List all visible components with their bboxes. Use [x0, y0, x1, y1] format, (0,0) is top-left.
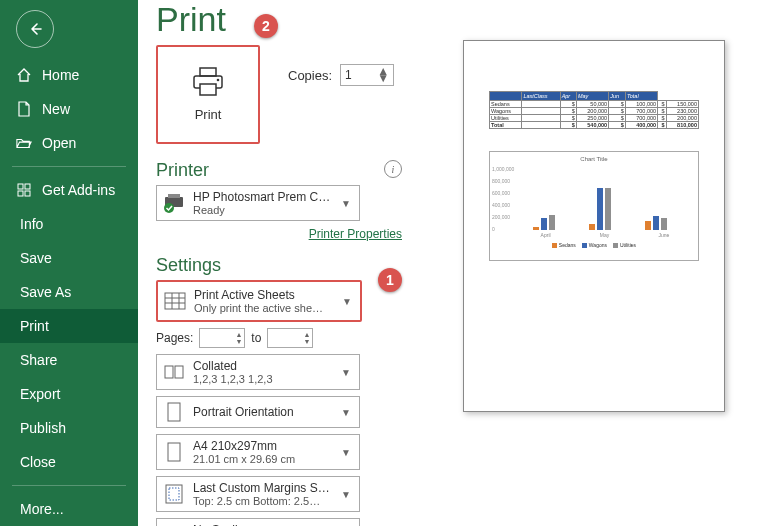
- print-what-selector[interactable]: Print Active Sheets Only print the activ…: [156, 280, 362, 322]
- back-button[interactable]: [16, 10, 54, 48]
- preview-page: LastClassAprMayJunTotalSedans$50,000$100…: [463, 40, 725, 412]
- svg-rect-2: [18, 191, 23, 196]
- print-preview-area: LastClassAprMayJunTotalSedans$50,000$100…: [420, 0, 768, 526]
- printer-name: HP Photosmart Prem C4…: [193, 190, 331, 204]
- margins-icon: [163, 483, 185, 505]
- sidebar-label: New: [42, 101, 70, 117]
- printer-status: Ready: [193, 204, 331, 216]
- printer-info-icon[interactable]: i: [384, 160, 402, 178]
- sidebar-item-saveas[interactable]: Save As: [0, 275, 138, 309]
- svg-rect-16: [165, 366, 173, 378]
- svg-rect-9: [168, 194, 180, 198]
- printer-ready-icon: [163, 192, 185, 214]
- preview-chart: Chart Title 1,000,000800,000600,000400,0…: [489, 151, 699, 261]
- printer-selector[interactable]: HP Photosmart Prem C4… Ready ▼: [156, 185, 360, 221]
- sidebar-item-publish[interactable]: Publish: [0, 411, 138, 445]
- paper-l1: A4 210x297mm: [193, 439, 331, 453]
- page-title: Print: [156, 0, 402, 39]
- sheets-icon: [164, 290, 186, 312]
- chevron-down-icon: ▼: [339, 489, 353, 500]
- sidebar-item-open[interactable]: Open: [0, 126, 138, 160]
- paper-l2: 21.01 cm x 29.69 cm: [193, 453, 331, 465]
- print-button[interactable]: Print: [156, 45, 260, 144]
- open-icon: [16, 135, 32, 151]
- sidebar-item-print[interactable]: Print: [0, 309, 138, 343]
- printer-section-title: Printer i: [156, 160, 402, 181]
- collate-icon: [163, 361, 185, 383]
- orientation-l1: Portrait Orientation: [193, 405, 331, 419]
- sidebar-item-export[interactable]: Export: [0, 377, 138, 411]
- orientation-icon: [163, 401, 185, 423]
- sidebar-label: Home: [42, 67, 79, 83]
- callout-2: 2: [254, 14, 278, 38]
- home-icon: [16, 67, 32, 83]
- svg-rect-19: [168, 443, 180, 461]
- collate-selector[interactable]: Collated 1,2,3 1,2,3 1,2,3 ▼: [156, 354, 360, 390]
- copies-value: 1: [345, 68, 352, 82]
- margins-l2: Top: 2.5 cm Bottom: 2.5…: [193, 495, 331, 507]
- callout-1: 1: [378, 268, 402, 292]
- back-arrow-icon: [26, 20, 44, 38]
- sidebar-item-more[interactable]: More...: [0, 492, 138, 526]
- preview-table: LastClassAprMayJunTotalSedans$50,000$100…: [489, 91, 699, 129]
- svg-rect-11: [165, 293, 185, 309]
- pages-row: Pages: ▲▼ to ▲▼: [156, 328, 402, 348]
- divider: [12, 166, 126, 167]
- pages-label: Pages:: [156, 331, 193, 345]
- addins-icon: [16, 182, 32, 198]
- svg-point-7: [217, 79, 220, 82]
- settings-section-title: Settings: [156, 255, 402, 276]
- paper-icon: [163, 441, 185, 463]
- svg-rect-17: [175, 366, 183, 378]
- chart-title: Chart Title: [494, 156, 694, 162]
- sidebar-item-save[interactable]: Save: [0, 241, 138, 275]
- margins-l1: Last Custom Margins Set…: [193, 481, 331, 495]
- sidebar-item-share[interactable]: Share: [0, 343, 138, 377]
- sidebar-item-home[interactable]: Home: [0, 58, 138, 92]
- divider: [12, 485, 126, 486]
- print-main: Print Print Printer i: [138, 0, 768, 526]
- sidebar-item-new[interactable]: New: [0, 92, 138, 126]
- printer-icon: [191, 67, 225, 97]
- orientation-selector[interactable]: Portrait Orientation ▼: [156, 396, 360, 428]
- print-button-label: Print: [195, 107, 222, 122]
- copies-label: Copies:: [288, 68, 332, 83]
- collate-l1: Collated: [193, 359, 331, 373]
- svg-rect-6: [200, 84, 216, 95]
- chevron-down-icon: ▼: [339, 198, 353, 209]
- print-what-l1: Print Active Sheets: [194, 288, 332, 302]
- sidebar-item-info[interactable]: Info: [0, 207, 138, 241]
- pages-to-label: to: [251, 331, 261, 345]
- svg-rect-4: [200, 68, 216, 76]
- margins-selector[interactable]: Last Custom Margins Set… Top: 2.5 cm Bot…: [156, 476, 360, 512]
- paper-selector[interactable]: A4 210x297mm 21.01 cm x 29.69 cm ▼: [156, 434, 360, 470]
- sidebar-label: Get Add-ins: [42, 182, 115, 198]
- new-icon: [16, 101, 32, 117]
- svg-rect-1: [25, 184, 30, 189]
- chevron-down-icon: ▼: [339, 447, 353, 458]
- svg-rect-0: [18, 184, 23, 189]
- print-what-l2: Only print the active she…: [194, 302, 332, 314]
- svg-rect-21: [169, 488, 179, 500]
- sidebar-label: Open: [42, 135, 76, 151]
- sidebar-item-get-addins[interactable]: Get Add-ins: [0, 173, 138, 207]
- backstage-view: Home New Open Get Add-ins Info Save Save…: [0, 0, 768, 526]
- backstage-sidebar: Home New Open Get Add-ins Info Save Save…: [0, 0, 138, 526]
- svg-rect-3: [25, 191, 30, 196]
- chevron-down-icon: ▼: [340, 296, 354, 307]
- copies-row: Copies: 1 ▲▼: [288, 64, 394, 86]
- printer-properties-link[interactable]: Printer Properties: [309, 227, 402, 241]
- pages-from-input[interactable]: ▲▼: [199, 328, 245, 348]
- spinner-buttons[interactable]: ▲▼: [377, 68, 389, 82]
- svg-rect-18: [168, 403, 180, 421]
- sidebar-item-close[interactable]: Close: [0, 445, 138, 479]
- svg-point-10: [164, 203, 174, 213]
- chevron-down-icon: ▼: [339, 367, 353, 378]
- copies-input[interactable]: 1 ▲▼: [340, 64, 394, 86]
- collate-l2: 1,2,3 1,2,3 1,2,3: [193, 373, 331, 385]
- chevron-down-icon: ▼: [339, 407, 353, 418]
- pages-to-input[interactable]: ▲▼: [267, 328, 313, 348]
- scaling-selector[interactable]: 100 No Scaling Print sheets at their act…: [156, 518, 360, 526]
